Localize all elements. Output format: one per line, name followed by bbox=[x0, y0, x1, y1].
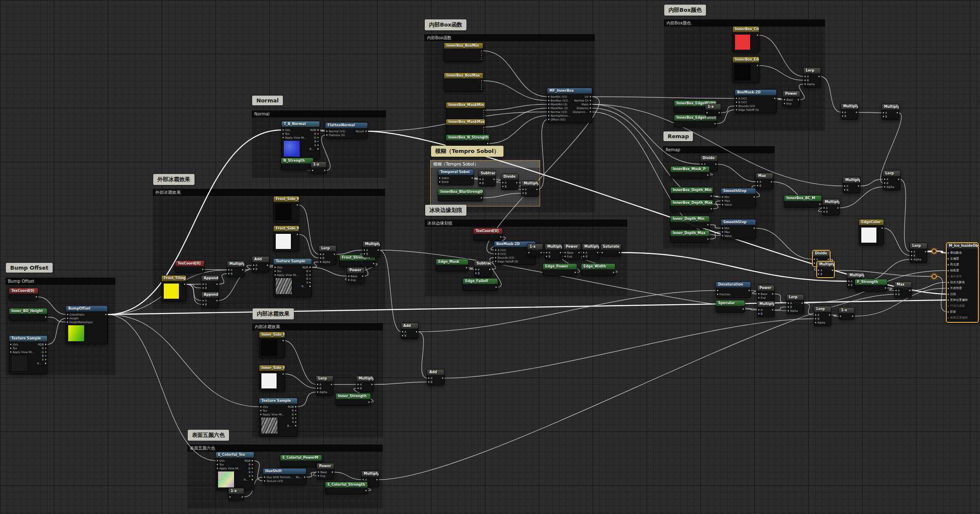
in-pin[interactable] bbox=[495, 249, 497, 251]
node-f_lerp[interactable]: LerpABAlpha bbox=[319, 245, 336, 265]
node-col_1x[interactable]: 1-x bbox=[705, 104, 721, 116]
node-e_tc[interactable]: TexCoord[0] bbox=[473, 228, 503, 241]
wire[interactable] bbox=[937, 276, 947, 312]
in-pin[interactable] bbox=[67, 321, 69, 323]
out-pin[interactable] bbox=[317, 144, 319, 146]
node-i_tex1[interactable]: Inner_Side_Mip bbox=[259, 332, 285, 358]
node-e_powp[interactable]: Edge_Power bbox=[543, 263, 577, 276]
out-pin[interactable] bbox=[331, 471, 333, 473]
wire[interactable] bbox=[858, 112, 882, 113]
in-pin[interactable] bbox=[317, 387, 319, 389]
out-pin[interactable] bbox=[770, 181, 772, 183]
node-s_blur[interactable]: InnerBox_BlurStrength bbox=[438, 189, 483, 201]
out-pin[interactable] bbox=[481, 84, 482, 86]
out-pin[interactable] bbox=[266, 264, 268, 266]
out-pin[interactable] bbox=[480, 197, 482, 199]
out-pin[interactable] bbox=[748, 289, 750, 292]
in-pin[interactable] bbox=[722, 200, 724, 202]
in-pin[interactable] bbox=[479, 178, 481, 180]
node-m_pow1[interactable]: PowerBaseExp bbox=[757, 285, 775, 301]
in-pin[interactable] bbox=[948, 311, 949, 313]
comment-title[interactable]: 表面五颜六色 bbox=[187, 444, 383, 452]
out-pin[interactable] bbox=[589, 107, 591, 109]
in-pin[interactable] bbox=[804, 83, 806, 85]
out-pin[interactable] bbox=[295, 425, 296, 427]
in-pin[interactable] bbox=[815, 318, 817, 320]
out-pin[interactable] bbox=[500, 236, 501, 238]
node-r_imin[interactable]: Inner_Depth_Min bbox=[670, 216, 710, 228]
node-b_min[interactable]: InnerBox_BoxMin bbox=[444, 43, 483, 62]
in-pin[interactable] bbox=[701, 163, 703, 165]
in-pin[interactable] bbox=[842, 111, 844, 113]
in-pin[interactable] bbox=[428, 381, 430, 383]
in-pin[interactable] bbox=[502, 185, 504, 187]
out-pin[interactable] bbox=[772, 293, 773, 295]
out-pin[interactable] bbox=[376, 479, 378, 481]
out-pin[interactable] bbox=[707, 174, 708, 176]
out-pin[interactable] bbox=[756, 34, 758, 36]
out-pin[interactable] bbox=[466, 267, 467, 269]
out-pin[interactable] bbox=[481, 56, 482, 58]
node-r_max[interactable]: MaxAB bbox=[756, 173, 773, 189]
out-pin[interactable] bbox=[774, 97, 775, 99]
node-r_dmin[interactable]: InnerBox_Depth_Min bbox=[670, 187, 713, 200]
out-pin[interactable] bbox=[45, 355, 46, 357]
in-pin[interactable] bbox=[326, 134, 328, 136]
out-pin[interactable] bbox=[481, 80, 482, 82]
out-pin[interactable] bbox=[481, 54, 482, 56]
out-pin[interactable] bbox=[105, 313, 107, 316]
node-f_app2[interactable]: AppendAB bbox=[201, 292, 219, 308]
in-pin[interactable] bbox=[548, 115, 550, 117]
in-pin[interactable] bbox=[479, 182, 481, 184]
in-pin[interactable] bbox=[10, 351, 12, 353]
node-i_tex2[interactable]: Inner_Side_Mip bbox=[259, 365, 285, 391]
in-pin[interactable] bbox=[362, 479, 364, 481]
in-pin[interactable] bbox=[522, 192, 524, 194]
in-pin[interactable] bbox=[264, 480, 266, 482]
out-pin[interactable] bbox=[924, 251, 926, 253]
out-pin[interactable] bbox=[317, 133, 319, 135]
in-pin[interactable] bbox=[814, 258, 815, 260]
comment-title[interactable]: Normal bbox=[252, 110, 386, 118]
out-pin[interactable] bbox=[309, 281, 311, 284]
out-pin[interactable] bbox=[304, 476, 305, 478]
out-pin[interactable] bbox=[909, 289, 911, 292]
out-pin[interactable] bbox=[487, 142, 488, 145]
in-pin[interactable] bbox=[326, 130, 328, 132]
node-c_powm[interactable]: E_Colorful_PowerM bbox=[280, 455, 322, 467]
node-i_mult[interactable]: MultiplyAB bbox=[356, 375, 374, 392]
in-pin[interactable] bbox=[202, 283, 204, 285]
out-pin[interactable] bbox=[753, 196, 755, 198]
node-bo_bump[interactable]: BumpOffsetCoordinateHeightHeightRatioInp… bbox=[66, 305, 108, 344]
in-pin[interactable] bbox=[948, 287, 949, 289]
in-pin[interactable] bbox=[757, 185, 759, 187]
node-f_mult2[interactable]: MultiplyAB bbox=[362, 241, 380, 257]
node-e_mult2[interactable]: MultiplyAB bbox=[582, 244, 599, 260]
out-pin[interactable] bbox=[831, 269, 833, 271]
out-pin[interactable] bbox=[483, 126, 484, 128]
in-pin[interactable] bbox=[758, 309, 760, 311]
in-pin[interactable] bbox=[320, 257, 322, 259]
reroute-node[interactable] bbox=[932, 274, 937, 279]
in-pin[interactable] bbox=[67, 317, 69, 319]
out-pin[interactable] bbox=[295, 417, 296, 419]
node-f_mult1[interactable]: MultiplyAB bbox=[227, 261, 245, 277]
in-pin[interactable] bbox=[10, 347, 12, 349]
in-pin[interactable] bbox=[736, 105, 738, 107]
out-pin[interactable] bbox=[483, 131, 484, 132]
in-pin[interactable] bbox=[357, 387, 359, 389]
out-pin[interactable] bbox=[241, 496, 243, 498]
in-pin[interactable] bbox=[815, 321, 817, 324]
node-m_bcm[interactable]: InnerBox_BC_M bbox=[784, 195, 822, 208]
out-pin[interactable] bbox=[442, 377, 443, 379]
node-c_1x[interactable]: 1-x bbox=[228, 488, 244, 501]
in-pin[interactable] bbox=[10, 343, 12, 345]
node-i_str[interactable]: Inner_Strength bbox=[336, 393, 371, 406]
out-pin[interactable] bbox=[317, 140, 319, 142]
in-pin[interactable] bbox=[844, 185, 846, 187]
in-pin[interactable] bbox=[260, 413, 262, 415]
in-pin[interactable] bbox=[217, 463, 218, 466]
out-pin[interactable] bbox=[296, 204, 298, 206]
comment-bubble[interactable]: 冰块边缘划痕 bbox=[425, 205, 466, 216]
out-pin[interactable] bbox=[317, 137, 319, 139]
